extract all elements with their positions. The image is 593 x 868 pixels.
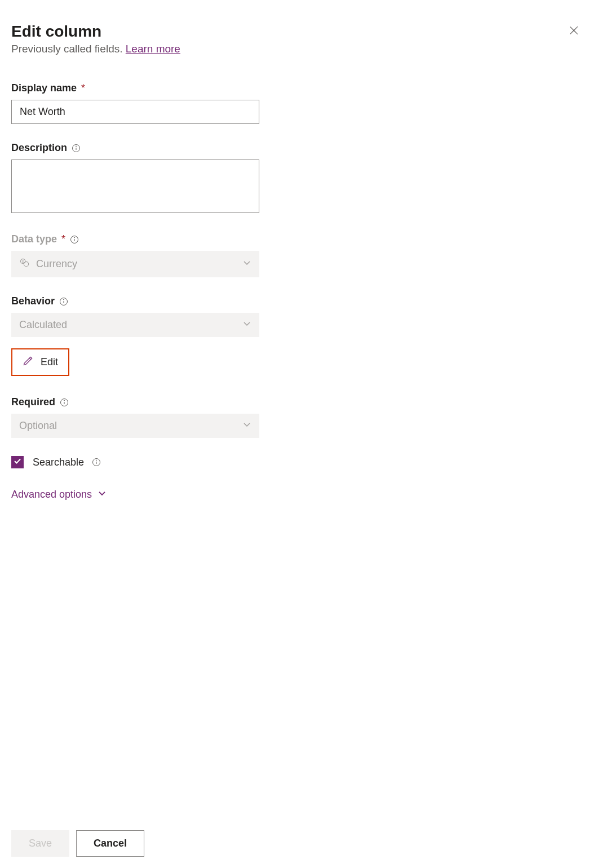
searchable-label: Searchable — [33, 457, 101, 468]
currency-icon: $ — [19, 257, 30, 271]
description-label: Description — [11, 142, 259, 154]
advanced-options-toggle[interactable]: Advanced options — [11, 489, 107, 501]
learn-more-link[interactable]: Learn more — [126, 43, 180, 55]
searchable-checkbox[interactable] — [11, 456, 24, 468]
required-star-icon: * — [81, 82, 85, 94]
cancel-button[interactable]: Cancel — [76, 830, 144, 857]
close-icon — [568, 29, 579, 38]
data-type-value: Currency — [36, 258, 77, 270]
svg-line-14 — [29, 358, 31, 360]
svg-point-7 — [74, 237, 75, 238]
display-name-label: Display name * — [11, 82, 259, 94]
data-type-label: Data type * — [11, 233, 259, 245]
behavior-label: Behavior — [11, 295, 259, 307]
checkmark-icon — [13, 457, 22, 468]
data-type-select: $ Currency — [11, 251, 259, 277]
svg-point-20 — [96, 460, 97, 460]
field-display-name: Display name * — [11, 82, 259, 124]
info-icon[interactable] — [92, 458, 101, 467]
behavior-select: Calculated — [11, 313, 259, 337]
required-label: Required — [11, 396, 259, 408]
searchable-row: Searchable — [11, 456, 259, 468]
svg-point-13 — [64, 299, 64, 300]
panel-title: Edit column — [11, 23, 101, 41]
advanced-options-label: Advanced options — [11, 489, 92, 501]
chevron-down-icon — [242, 258, 251, 270]
info-icon[interactable] — [70, 235, 79, 244]
edit-button[interactable]: Edit — [11, 348, 69, 376]
chevron-down-icon — [242, 420, 251, 432]
chevron-down-icon — [242, 319, 251, 331]
required-star-icon: * — [61, 233, 65, 245]
field-description: Description — [11, 142, 259, 215]
description-input[interactable] — [11, 160, 259, 213]
pencil-icon — [23, 355, 34, 369]
chevron-down-icon — [98, 489, 107, 501]
save-button: Save — [11, 830, 69, 857]
field-required: Required Optional — [11, 396, 259, 438]
info-icon[interactable] — [59, 297, 68, 306]
svg-text:$: $ — [22, 260, 24, 263]
subtitle-text: Previously called fields. — [11, 43, 126, 55]
panel-header: Edit column — [11, 23, 582, 41]
info-icon[interactable] — [72, 144, 81, 153]
display-name-input[interactable] — [11, 100, 259, 124]
field-behavior: Behavior Calculated — [11, 295, 259, 337]
svg-point-10 — [24, 262, 28, 266]
behavior-value: Calculated — [19, 319, 67, 331]
svg-point-4 — [76, 146, 77, 147]
required-select: Optional — [11, 414, 259, 438]
panel-subtitle: Previously called fields. Learn more — [11, 43, 582, 55]
edit-button-wrap: Edit — [11, 348, 259, 376]
required-value: Optional — [19, 420, 57, 432]
close-button[interactable] — [566, 23, 582, 40]
footer-buttons: Save Cancel — [11, 830, 144, 857]
form-area: Display name * Description Data type * $ — [11, 82, 259, 501]
svg-point-17 — [64, 400, 65, 401]
edit-button-label: Edit — [41, 356, 58, 368]
field-data-type: Data type * $ Currency — [11, 233, 259, 277]
info-icon[interactable] — [60, 398, 69, 407]
